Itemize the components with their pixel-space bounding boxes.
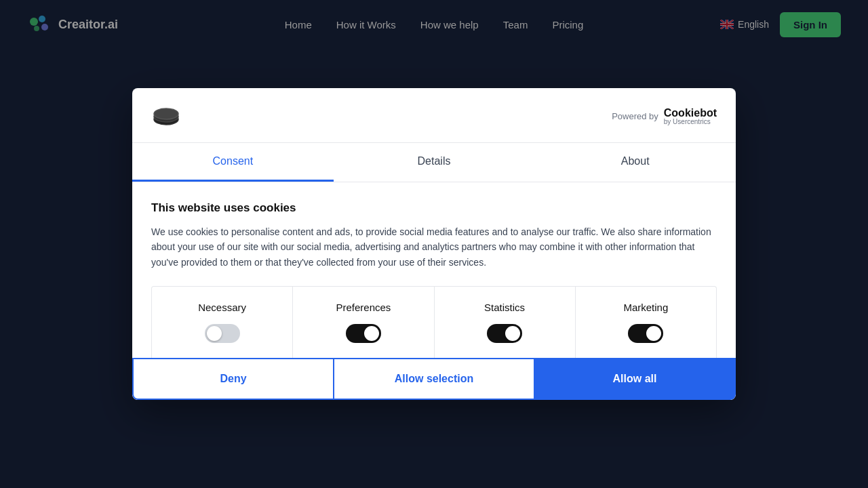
cookie-overlay: Powered by Cookiebot by Usercentrics Con… <box>0 0 868 488</box>
modal-header: Powered by Cookiebot by Usercentrics <box>132 88 736 143</box>
cookie-title: This website uses cookies <box>151 201 717 215</box>
deny-button[interactable]: Deny <box>132 358 334 400</box>
allow-all-button[interactable]: Allow all <box>535 358 736 400</box>
cookiebot-name: Cookiebot <box>664 108 717 119</box>
toggle-marketing-switch[interactable] <box>628 324 663 343</box>
cookie-description: We use cookies to personalise content an… <box>151 224 717 270</box>
toggle-statistics-thumb <box>505 326 520 341</box>
toggle-statistics-label: Statistics <box>484 302 525 313</box>
modal-buttons: Deny Allow selection Allow all <box>132 358 736 400</box>
cookie-modal: Powered by Cookiebot by Usercentrics Con… <box>132 88 736 400</box>
powered-by-label: Powered by <box>612 111 658 121</box>
modal-tabs: Consent Details About <box>132 143 736 182</box>
modal-body: This website uses cookies We use cookies… <box>132 182 736 358</box>
toggle-preferences-thumb <box>364 326 379 341</box>
tab-details[interactable]: Details <box>334 143 535 182</box>
powered-by: Powered by Cookiebot by Usercentrics <box>612 108 717 125</box>
cookiebot-sub: by Usercentrics <box>664 119 717 125</box>
toggle-marketing: Marketing <box>576 287 716 358</box>
cookiebot-logo: Cookiebot by Usercentrics <box>664 108 717 125</box>
tab-about[interactable]: About <box>534 143 736 182</box>
toggle-necessary-thumb <box>207 326 222 341</box>
tab-consent[interactable]: Consent <box>132 143 334 182</box>
modal-logo-icon <box>151 102 181 131</box>
toggle-marketing-label: Marketing <box>623 302 668 313</box>
toggle-necessary-switch[interactable] <box>205 324 240 343</box>
toggle-preferences: Preferences <box>293 287 434 358</box>
toggle-necessary-label: Necessary <box>198 302 246 313</box>
toggle-marketing-thumb <box>646 326 661 341</box>
toggles-row: Necessary Preferences Statistics <box>151 286 717 358</box>
toggle-preferences-label: Preferences <box>336 302 391 313</box>
allow-selection-button[interactable]: Allow selection <box>334 358 535 400</box>
toggle-necessary: Necessary <box>152 287 293 358</box>
toggle-preferences-switch[interactable] <box>346 324 381 343</box>
toggle-statistics: Statistics <box>435 287 576 358</box>
svg-point-7 <box>154 108 178 119</box>
toggle-statistics-switch[interactable] <box>487 324 522 343</box>
